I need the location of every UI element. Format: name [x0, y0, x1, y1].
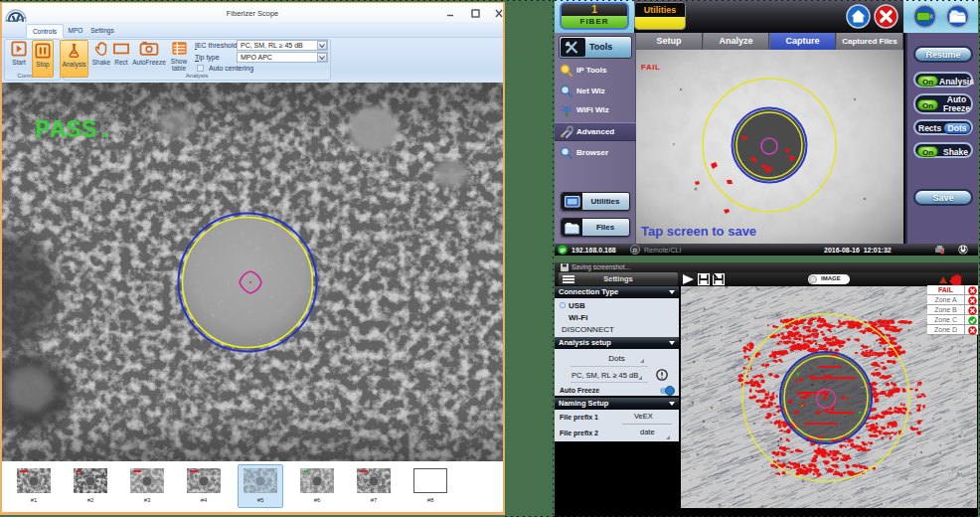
svg-text:R: R [633, 248, 638, 254]
svg-text:IP: IP [560, 248, 566, 254]
svg-text:PASS.: PASS. [35, 115, 112, 145]
